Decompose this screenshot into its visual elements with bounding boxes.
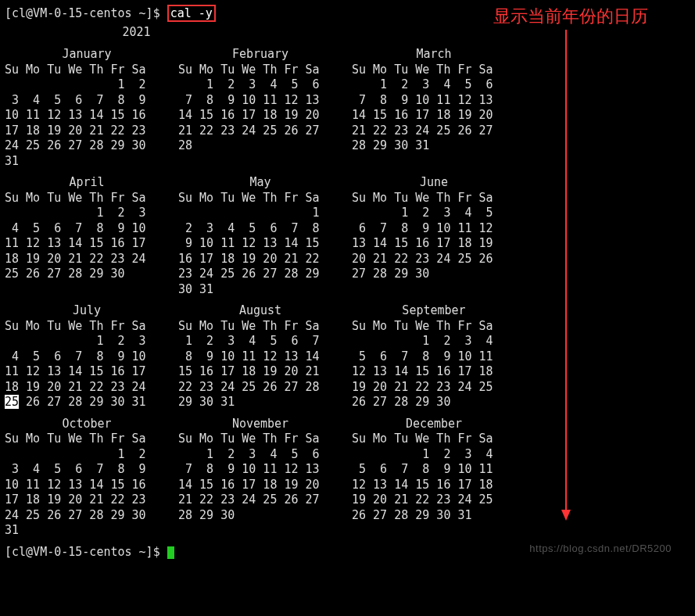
week-row: 19 20 21 22 23 24 25 [352,492,516,508]
week-row: 30 31 [178,282,342,298]
week-row: 18 19 20 21 22 23 24 [5,252,169,267]
week-row: 20 21 22 23 24 25 26 [352,252,516,267]
month-title: June [352,175,516,191]
week-row: 17 18 19 20 21 22 23 [5,492,169,508]
week-row: 23 24 25 26 27 28 29 [178,267,342,282]
week-row: 1 2 [5,77,169,93]
today-highlight: 25 [5,395,19,409]
month-april: AprilSu Mo Tu We Th Fr Sa 1 2 3 4 5 6 7 … [5,175,169,297]
week-row: 6 7 8 9 10 11 12 [352,221,516,237]
week-row: 4 5 6 7 8 9 10 [5,349,169,365]
week-row: 28 29 30 [178,508,342,524]
month-title: October [5,417,169,432]
month-title: March [352,47,516,63]
month-title: November [178,417,342,432]
week-row: 10 11 12 13 14 15 16 [5,478,169,493]
week-row: 1 2 3 4 5 6 [352,77,516,93]
week-row: 12 13 14 15 16 17 18 [352,478,516,493]
week-row: 24 25 26 27 28 29 30 [5,508,169,524]
day-header: Su Mo Tu We Th Fr Sa [352,432,516,447]
annotation-text: 显示当前年份的日历 [493,5,648,28]
week-row: 29 30 31 [178,395,342,410]
week-row: 7 8 9 10 11 12 13 [178,462,342,478]
command-highlight: cal -y [167,5,216,22]
day-header: Su Mo Tu We Th Fr Sa [5,191,169,206]
week-row: 26 27 28 29 30 [352,395,516,410]
day-header: Su Mo Tu We Th Fr Sa [5,432,169,447]
day-header: Su Mo Tu We Th Fr Sa [5,319,169,335]
week-row: 17 18 19 20 21 22 23 [5,124,169,139]
month-december: DecemberSu Mo Tu We Th Fr Sa 1 2 3 4 5 6… [352,417,516,539]
day-header: Su Mo Tu We Th Fr Sa [178,63,342,78]
month-title: February [178,47,342,63]
week-row: 13 14 15 16 17 18 19 [352,236,516,252]
week-row: 31 [5,154,169,170]
week-row: 1 2 3 4 [352,447,516,463]
week-row: 5 6 7 8 9 10 11 [352,349,516,365]
week-row: 22 23 24 25 26 27 28 [178,380,342,396]
week-row: 2 3 4 5 6 7 8 [178,221,342,237]
week-row: 15 16 17 18 19 20 21 [178,364,342,380]
week-row: 12 13 14 15 16 17 18 [352,364,516,380]
week-row: 7 8 9 10 11 12 13 [178,93,342,109]
week-row: 16 17 18 19 20 21 22 [178,252,342,267]
week-row: 27 28 29 30 [352,267,516,282]
month-september: SeptemberSu Mo Tu We Th Fr Sa 1 2 3 4 5 … [352,303,516,410]
week-row: 8 9 10 11 12 13 14 [178,349,342,365]
week-row: 3 4 5 6 7 8 9 [5,93,169,109]
week-row: 11 12 13 14 15 16 17 [5,236,169,252]
week-row: 25 26 27 28 29 30 31 [5,395,169,410]
month-june: JuneSu Mo Tu We Th Fr Sa 1 2 3 4 5 6 7 8… [352,175,516,297]
week-row: 1 2 3 4 5 6 [178,77,342,93]
week-row: 25 26 27 28 29 30 [5,267,169,282]
week-row: 3 4 5 6 7 8 9 [5,462,169,478]
week-row: 1 2 [5,447,169,463]
week-row: 5 6 7 8 9 10 11 [352,462,516,478]
watermark-text: https://blog.csdn.net/DR5200 [529,543,672,554]
day-header: Su Mo Tu We Th Fr Sa [352,191,516,206]
month-title: January [5,47,169,63]
week-row: 26 27 28 29 30 31 [352,508,516,524]
cursor-icon [167,546,174,559]
prompt-userhost: [cl@VM-0-15-centos ~]$ [5,6,167,20]
week-row: 21 22 23 24 25 26 27 [178,124,342,139]
month-title: December [352,417,516,432]
week-row: 7 8 9 10 11 12 13 [352,93,516,109]
month-august: AugustSu Mo Tu We Th Fr Sa 1 2 3 4 5 6 7… [178,303,342,410]
day-header: Su Mo Tu We Th Fr Sa [352,319,516,335]
month-title: April [5,175,169,191]
week-row: 14 15 16 17 18 19 20 [352,108,516,124]
week-row: 19 20 21 22 23 24 25 [352,380,516,396]
month-title: July [5,303,169,319]
month-may: MaySu Mo Tu We Th Fr Sa 1 2 3 4 5 6 7 8 … [178,175,342,297]
month-title: September [352,303,516,319]
week-row: 21 22 23 24 25 26 27 [178,492,342,508]
week-row: 18 19 20 21 22 23 24 [5,380,169,396]
week-row: 14 15 16 17 18 19 20 [178,478,342,493]
month-february: FebruarySu Mo Tu We Th Fr Sa 1 2 3 4 5 6… [178,47,342,169]
week-row: 1 [178,206,342,221]
week-row: 1 2 3 [5,206,169,221]
week-row: 1 2 3 4 5 [352,206,516,221]
month-november: NovemberSu Mo Tu We Th Fr Sa 1 2 3 4 5 6… [178,417,342,539]
week-row: 1 2 3 4 5 6 [178,447,342,463]
week-row: 9 10 11 12 13 14 15 [178,236,342,252]
week-row: 1 2 3 4 5 6 7 [178,334,342,349]
week-row: 1 2 3 [5,334,169,349]
month-title: May [178,175,342,191]
month-january: JanuarySu Mo Tu We Th Fr Sa 1 2 3 4 5 6 … [5,47,169,169]
month-title: August [178,303,342,319]
month-october: OctoberSu Mo Tu We Th Fr Sa 1 2 3 4 5 6 … [5,417,169,539]
day-header: Su Mo Tu We Th Fr Sa [352,63,516,78]
calendar-grid: JanuarySu Mo Tu We Th Fr Sa 1 2 3 4 5 6 … [5,47,690,539]
month-july: JulySu Mo Tu We Th Fr Sa 1 2 3 4 5 6 7 8… [5,303,169,410]
week-row: 11 12 13 14 15 16 17 [5,364,169,380]
week-row: 10 11 12 13 14 15 16 [5,108,169,124]
week-row: 1 2 3 4 [352,334,516,349]
day-header: Su Mo Tu We Th Fr Sa [178,432,342,447]
week-row: 31 [5,523,169,539]
week-row: 28 [178,138,342,154]
prompt-userhost-2: [cl@VM-0-15-centos ~]$ [5,545,167,559]
week-row: 14 15 16 17 18 19 20 [178,108,342,124]
week-row: 28 29 30 31 [352,138,516,154]
